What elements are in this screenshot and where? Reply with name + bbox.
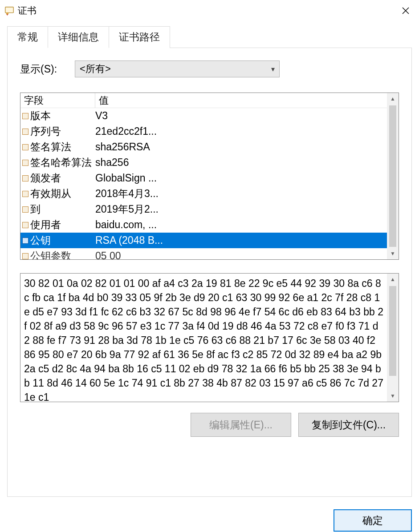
edit-properties-label: 编辑属性(E)... xyxy=(209,418,273,432)
scroll-thumb[interactable] xyxy=(389,105,396,247)
window-title: 证书 xyxy=(18,4,37,17)
field-value: baidu.com, ... xyxy=(95,219,387,231)
field-value: 05 00 xyxy=(95,250,387,259)
field-name: 使用者 xyxy=(30,218,61,232)
table-row[interactable]: 签名哈希算法sha256 xyxy=(20,155,387,170)
detail-scrollbar[interactable]: ▲ ▼ xyxy=(387,274,399,402)
field-value: GlobalSign ... xyxy=(95,172,387,184)
field-icon xyxy=(22,175,28,181)
field-icon xyxy=(22,191,28,197)
copy-to-file-button[interactable]: 复制到文件(C)... xyxy=(298,413,399,437)
svg-rect-0 xyxy=(5,7,13,13)
tab-bar: 常规 详细信息 证书路径 xyxy=(7,26,412,48)
field-icon xyxy=(22,113,28,119)
close-button[interactable] xyxy=(395,2,416,20)
table-row[interactable]: 到2019年5月2... xyxy=(20,202,387,217)
scroll-up-icon[interactable]: ▲ xyxy=(387,93,399,105)
fields-scrollbar[interactable]: ▲ ▼ xyxy=(387,93,399,259)
show-filter-value: <所有> xyxy=(80,62,111,76)
field-value: sha256 xyxy=(95,157,387,169)
field-value: 21ed2cc2f1... xyxy=(95,125,387,137)
field-name: 公钥参数 xyxy=(30,249,71,259)
ok-label: 确定 xyxy=(362,514,383,528)
detail-value-text[interactable]: 30 82 01 0a 02 82 01 01 00 af a4 c3 2a 1… xyxy=(20,274,387,402)
field-name: 有效期从 xyxy=(30,187,71,201)
field-name: 公钥 xyxy=(30,234,51,247)
fields-header: 字段 值 xyxy=(20,93,387,108)
fields-list: 字段 值 版本V3序列号21ed2cc2f1...签名算法sha256RSA签名… xyxy=(20,93,399,260)
scroll-down-icon[interactable]: ▼ xyxy=(387,248,399,259)
field-icon xyxy=(22,129,28,135)
field-name: 序列号 xyxy=(30,125,61,138)
table-row[interactable]: 有效期从2018年4月3... xyxy=(20,186,387,202)
tab-general[interactable]: 常规 xyxy=(7,26,48,48)
field-value: sha256RSA xyxy=(95,141,387,153)
edit-properties-button: 编辑属性(E)... xyxy=(191,413,291,437)
table-row[interactable]: 版本V3 xyxy=(20,108,387,124)
field-icon xyxy=(22,222,28,228)
titlebar-left: 证书 xyxy=(4,4,37,17)
tab-details[interactable]: 详细信息 xyxy=(48,26,109,48)
field-value: V3 xyxy=(95,110,387,122)
table-row[interactable]: 公钥RSA (2048 B... xyxy=(20,233,387,248)
field-icon xyxy=(22,206,28,213)
show-filter-combo[interactable]: <所有> ▾ xyxy=(75,60,280,77)
chevron-down-icon: ▾ xyxy=(271,65,275,73)
show-label: 显示(S): xyxy=(20,62,57,76)
table-row[interactable]: 签名算法sha256RSA xyxy=(20,139,387,155)
table-row[interactable]: 序列号21ed2cc2f1... xyxy=(20,124,387,139)
tab-general-label: 常规 xyxy=(17,31,38,43)
field-name: 版本 xyxy=(30,109,51,123)
field-value: 2019年5月2... xyxy=(95,202,387,216)
scroll-up-icon[interactable]: ▲ xyxy=(387,274,399,285)
ok-button[interactable]: 确定 xyxy=(334,509,412,532)
detail-value-box: 30 82 01 0a 02 82 01 01 00 af a4 c3 2a 1… xyxy=(20,273,399,402)
table-row[interactable]: 公钥参数05 00 xyxy=(20,248,387,259)
scroll-thumb[interactable] xyxy=(389,286,396,376)
certificate-icon xyxy=(4,6,14,16)
table-row[interactable]: 颁发者GlobalSign ... xyxy=(20,170,387,186)
tab-panel-details: 显示(S): <所有> ▾ 字段 值 版本V3序列号21ed2cc2f1...签… xyxy=(7,48,412,497)
close-icon xyxy=(402,7,410,15)
tab-path[interactable]: 证书路径 xyxy=(109,26,170,48)
column-field[interactable]: 字段 xyxy=(20,93,95,108)
field-name: 签名哈希算法 xyxy=(30,156,92,169)
field-icon xyxy=(22,160,28,166)
field-name: 颁发者 xyxy=(30,171,61,185)
field-value: 2018年4月3... xyxy=(95,187,387,201)
scroll-down-icon[interactable]: ▼ xyxy=(387,390,399,402)
field-value: RSA (2048 B... xyxy=(95,234,387,246)
field-name: 到 xyxy=(30,202,41,216)
field-icon xyxy=(22,144,28,150)
field-icon xyxy=(22,253,28,259)
tab-details-label: 详细信息 xyxy=(58,31,99,43)
column-value[interactable]: 值 xyxy=(95,93,387,108)
table-row[interactable]: 使用者baidu.com, ... xyxy=(20,217,387,233)
titlebar: 证书 xyxy=(0,0,419,21)
copy-to-file-label: 复制到文件(C)... xyxy=(312,418,386,432)
tab-path-label: 证书路径 xyxy=(119,31,160,43)
field-name: 签名算法 xyxy=(30,140,71,154)
field-icon xyxy=(22,238,28,244)
